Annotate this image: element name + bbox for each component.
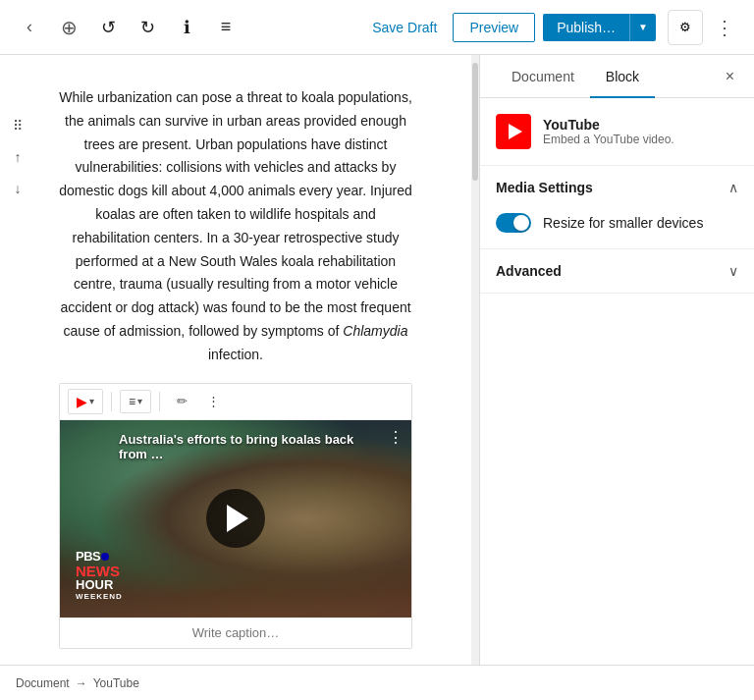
drag-handle-button[interactable]: ⠿: [4, 112, 31, 139]
youtube-btn-chevron: ▾: [89, 396, 94, 406]
toolbar-center-group: Save Draft Preview Publish… ▼: [247, 13, 664, 42]
main-area: ⠿ ↑ ↓ While urbanization can pose a thre…: [0, 55, 754, 665]
undo-button[interactable]: ↺: [90, 10, 126, 45]
preview-button[interactable]: Preview: [453, 13, 535, 42]
youtube-type-button[interactable]: ▶ ▾: [68, 389, 103, 414]
align-chevron: ▾: [137, 396, 142, 406]
publish-chevron-button[interactable]: ▼: [629, 14, 656, 41]
close-icon: ×: [726, 68, 734, 84]
play-button[interactable]: [206, 489, 265, 548]
info-icon: ℹ: [184, 17, 190, 38]
block-info: YouTube Embed a YouTube video.: [480, 98, 754, 166]
align-button[interactable]: ≡ ▾: [120, 390, 151, 413]
video-thumbnail[interactable]: Australia's efforts to bring koalas back…: [60, 420, 411, 618]
add-block-button[interactable]: ⊕: [51, 10, 86, 45]
resize-toggle-row: Resize for smaller devices: [496, 213, 738, 233]
video-title: Australia's efforts to bring koalas back…: [119, 432, 382, 461]
arrow-up-icon: ↑: [15, 149, 22, 165]
bottom-breadcrumb: Document → YouTube: [0, 665, 754, 700]
advanced-chevron-icon: ∨: [728, 263, 738, 279]
redo-icon: ↻: [140, 17, 155, 38]
advanced-section: Advanced ∨: [480, 249, 754, 294]
editor-area: ⠿ ↑ ↓ While urbanization can pose a thre…: [0, 55, 471, 665]
editor-scrollbar[interactable]: [471, 55, 479, 665]
align-icon: ≡: [129, 395, 135, 408]
arrow-down-icon: ↓: [15, 181, 22, 196]
move-up-button[interactable]: ↑: [4, 143, 31, 171]
block-info-text: YouTube Embed a YouTube video.: [543, 117, 674, 146]
sidebar-tabs: Document Block ×: [480, 55, 754, 98]
back-icon: ‹: [27, 17, 32, 37]
toolbar-left-group: ‹ ⊕ ↺ ↻ ℹ ≡: [12, 10, 243, 45]
toolbar-right-group: ⚙ ⋮: [668, 10, 742, 45]
media-settings-content: Resize for smaller devices: [480, 209, 754, 248]
pbs-logo: PBS NEWS HOUR WEEKEND: [76, 550, 123, 602]
add-icon: ⊕: [61, 16, 78, 39]
list-view-button[interactable]: ≡: [208, 10, 243, 45]
article-text: While urbanization can pose a threat to …: [59, 86, 412, 367]
block-description: Embed a YouTube video.: [543, 133, 674, 146]
edit-button[interactable]: ✏: [168, 388, 195, 415]
caption-input[interactable]: [60, 618, 411, 648]
resize-toggle-label: Resize for smaller devices: [543, 215, 703, 231]
chevron-down-icon: ▼: [638, 22, 648, 32]
block-title: YouTube: [543, 117, 674, 133]
tab-block[interactable]: Block: [590, 55, 655, 98]
block-more-button[interactable]: ⋮: [199, 388, 227, 415]
video-more-button[interactable]: ⋮: [388, 428, 404, 447]
advanced-title: Advanced: [496, 263, 562, 279]
chlamydia-text: Chlamydia: [343, 323, 407, 339]
media-settings-header[interactable]: Media Settings ∧: [480, 166, 754, 209]
resize-toggle[interactable]: [496, 213, 531, 233]
back-button[interactable]: ‹: [12, 10, 47, 45]
toolbar-separator-2: [159, 392, 160, 411]
breadcrumb-document[interactable]: Document: [16, 676, 70, 690]
advanced-header[interactable]: Advanced ∨: [480, 249, 754, 293]
play-icon: [227, 505, 248, 532]
publish-button[interactable]: Publish…: [543, 14, 629, 41]
breadcrumb-block[interactable]: YouTube: [93, 676, 139, 690]
toolbar-separator: [111, 392, 112, 411]
save-draft-button[interactable]: Save Draft: [364, 16, 445, 39]
list-icon: ≡: [221, 17, 232, 37]
media-settings-title: Media Settings: [496, 180, 593, 195]
sidebar-close-button[interactable]: ×: [722, 64, 738, 89]
settings-button[interactable]: ⚙: [668, 10, 703, 45]
details-button[interactable]: ℹ: [169, 10, 204, 45]
undo-icon: ↺: [101, 17, 116, 38]
youtube-play-icon: [509, 124, 522, 139]
breadcrumb-arrow: →: [76, 676, 87, 690]
move-down-button[interactable]: ↓: [4, 175, 31, 202]
redo-button[interactable]: ↻: [130, 10, 165, 45]
youtube-block: ▶ ▾ ≡ ▾ ✏ ⋮: [59, 383, 412, 649]
main-toolbar: ‹ ⊕ ↺ ↻ ℹ ≡ Save Draft Preview Publish… …: [0, 0, 754, 55]
tab-document[interactable]: Document: [496, 55, 590, 98]
gear-icon: ⚙: [679, 20, 691, 34]
right-sidebar: Document Block × YouTube Embed a YouTube…: [479, 55, 754, 665]
editor-content: While urbanization can pose a threat to …: [0, 55, 471, 665]
pencil-icon: ✏: [177, 394, 188, 408]
media-settings-chevron: ∧: [728, 180, 738, 195]
drag-handle-icon: ⠿: [13, 118, 23, 134]
ellipsis-icon: ⋮: [715, 16, 734, 39]
more-options-button[interactable]: ⋮: [707, 10, 742, 45]
editor-left-tools: ⠿ ↑ ↓: [0, 104, 35, 210]
publish-group: Publish… ▼: [543, 14, 656, 41]
youtube-block-toolbar: ▶ ▾ ≡ ▾ ✏ ⋮: [60, 384, 411, 420]
block-type-icon: [496, 114, 531, 149]
more-icon: ⋮: [207, 394, 220, 408]
scrollbar-thumb[interactable]: [472, 63, 478, 181]
media-settings-section: Media Settings ∧ Resize for smaller devi…: [480, 166, 754, 249]
toggle-thumb: [513, 215, 529, 231]
youtube-icon: ▶: [77, 394, 87, 409]
toggle-track: [496, 213, 531, 233]
